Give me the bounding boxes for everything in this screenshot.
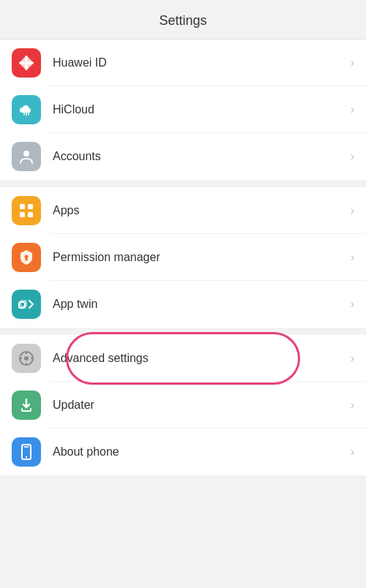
apps-chevron: ›	[351, 204, 354, 217]
huawei-id-chevron: ›	[351, 56, 354, 69]
apptwin-icon-wrap	[12, 290, 41, 319]
page-container: Settings Huawei ID ›	[0, 0, 366, 475]
huawei-id-icon-wrap	[12, 48, 41, 78]
apps-section: Apps › Permission manager ›	[0, 187, 366, 328]
svg-point-18	[24, 356, 29, 361]
accounts-icon	[17, 147, 36, 166]
updater-chevron: ›	[351, 399, 354, 412]
svg-rect-9	[20, 204, 25, 209]
aboutphone-icon-wrap	[12, 437, 41, 467]
app-twin-chevron: ›	[351, 298, 354, 311]
accounts-icon-wrap	[12, 142, 41, 171]
permission-icon-wrap	[12, 243, 41, 272]
permission-icon	[17, 248, 36, 267]
app-twin-label: App twin	[53, 298, 345, 311]
permission-manager-chevron: ›	[351, 251, 354, 264]
permission-manager-item[interactable]: Permission manager ›	[0, 234, 366, 281]
page-title: Settings	[0, 0, 366, 39]
permission-manager-label: Permission manager	[53, 251, 345, 264]
about-phone-chevron: ›	[351, 445, 354, 459]
advanced-icon	[17, 349, 36, 368]
about-phone-item[interactable]: About phone ›	[0, 429, 366, 475]
huawei-id-item[interactable]: Huawei ID ›	[0, 39, 366, 86]
updater-icon-wrap	[12, 391, 41, 420]
svg-rect-12	[28, 212, 33, 217]
updater-icon	[17, 396, 36, 415]
system-section: Advanced settings › Updater ›	[0, 335, 366, 475]
aboutphone-icon	[17, 442, 36, 461]
hicloud-icon	[17, 100, 36, 119]
about-phone-label: About phone	[53, 445, 345, 459]
svg-rect-10	[28, 204, 33, 209]
svg-rect-14	[26, 258, 28, 261]
advanced-icon-wrap	[12, 344, 41, 373]
advanced-settings-chevron: ›	[351, 352, 354, 365]
huawei-icon	[17, 53, 36, 72]
accounts-item[interactable]: Accounts ›	[0, 133, 366, 180]
apps-icon	[17, 201, 36, 220]
apps-label: Apps	[53, 204, 345, 217]
accounts-label: Accounts	[53, 150, 345, 163]
advanced-settings-label: Advanced settings	[53, 352, 345, 365]
svg-point-24	[26, 456, 27, 458]
svg-point-8	[23, 151, 29, 157]
apptwin-icon	[17, 295, 36, 314]
huawei-id-label: Huawei ID	[53, 56, 345, 69]
svg-rect-15	[19, 302, 25, 308]
account-section: Huawei ID › HiCloud › Accounts	[0, 39, 366, 180]
hicloud-chevron: ›	[351, 103, 354, 116]
hicloud-item[interactable]: HiCloud ›	[0, 86, 366, 133]
accounts-chevron: ›	[351, 150, 354, 163]
app-twin-item[interactable]: App twin ›	[0, 281, 366, 328]
hicloud-icon-wrap	[12, 95, 41, 124]
updater-label: Updater	[53, 399, 345, 412]
hicloud-label: HiCloud	[53, 103, 345, 116]
updater-item[interactable]: Updater ›	[0, 382, 366, 429]
apps-icon-wrap	[12, 196, 41, 225]
apps-item[interactable]: Apps ›	[0, 187, 366, 234]
advanced-settings-item[interactable]: Advanced settings ›	[0, 335, 366, 382]
svg-rect-11	[20, 212, 25, 217]
